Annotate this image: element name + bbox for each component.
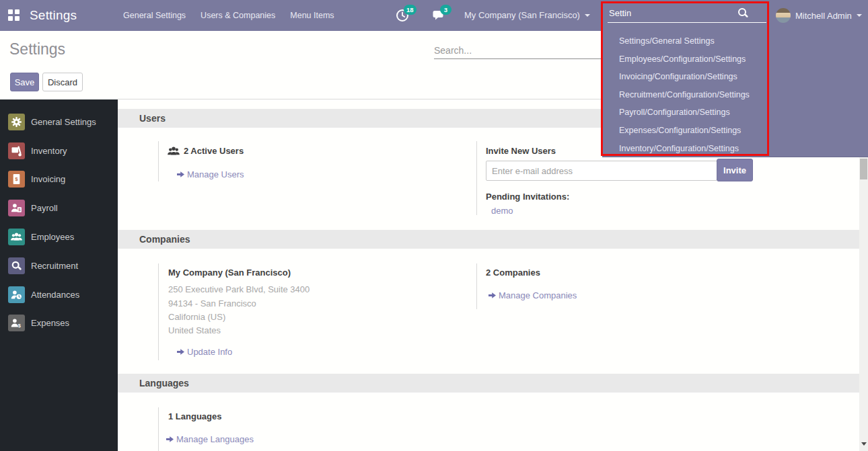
manage-companies-link[interactable]: Manage Companies: [489, 290, 577, 300]
menu-menu-items[interactable]: Menu Items: [283, 0, 341, 31]
payroll-icon: $: [8, 200, 25, 216]
section-header-companies: Companies: [118, 230, 859, 249]
gear-icon: [8, 114, 25, 130]
caret-down-icon: [585, 14, 590, 17]
scrollbar-thumb[interactable]: [860, 159, 867, 179]
expense-icon: $: [8, 315, 25, 331]
pending-invitations-label: Pending Invitations:: [486, 192, 569, 202]
messages-count-badge: 3: [440, 5, 451, 15]
activity-count-badge: 18: [404, 5, 417, 15]
manage-languages-link[interactable]: Manage Languages: [166, 434, 254, 444]
apps-grid-square: [8, 9, 13, 14]
company-switcher-label: My Company (San Francisco): [464, 0, 580, 31]
caret-down-icon: [857, 14, 862, 17]
manage-companies-label: Manage Companies: [499, 290, 577, 300]
search-underline: [608, 22, 766, 23]
app-brand-title[interactable]: Settings: [30, 0, 77, 31]
save-button[interactable]: Save: [10, 73, 39, 91]
update-info-label: Update Info: [187, 347, 232, 357]
apps-grid-square: [15, 16, 20, 21]
sidebar-item-attendances[interactable]: Attendances: [0, 280, 118, 309]
sidebar-item-label: Invoicing: [31, 174, 65, 184]
sidebar-item-invoicing[interactable]: $ Invoicing: [0, 165, 118, 194]
companies-count: 2 Companies: [486, 268, 540, 278]
user-menu[interactable]: Mitchell Admin: [770, 0, 868, 31]
settings-search-input[interactable]: [434, 42, 601, 59]
sidebar-item-label: General Settings: [31, 117, 96, 127]
section-header-languages: Languages: [118, 374, 859, 393]
scrollbar-down-arrow-icon[interactable]: [861, 442, 867, 446]
company-address-line: 94134 - San Francisco: [168, 298, 256, 309]
search-result-item[interactable]: Settings/General Settings: [602, 32, 772, 50]
company-block: My Company (San Francisco) 250 Executive…: [158, 263, 447, 360]
company-switcher[interactable]: My Company (San Francisco): [464, 0, 590, 31]
search-result-item[interactable]: Expenses/Configuration/Settings: [602, 122, 772, 140]
discard-button[interactable]: Discard: [42, 73, 83, 91]
sidebar-item-label: Attendances: [31, 290, 79, 300]
sidebar-item-label: Recruitment: [31, 261, 78, 271]
apps-grid-square: [15, 9, 20, 14]
sidebar-item-recruitment[interactable]: Recruitment: [0, 251, 118, 280]
search-result-item[interactable]: Inventory/Configuration/Settings: [602, 140, 772, 158]
sidebar-item-label: Payroll: [31, 203, 58, 213]
svg-text:$: $: [18, 323, 22, 329]
invoice-icon: $: [8, 171, 25, 188]
attendance-icon: [8, 286, 25, 303]
company-address-line: 250 Executive Park Blvd, Suite 3400: [168, 284, 310, 294]
company-name: My Company (San Francisco): [168, 268, 291, 278]
invite-button[interactable]: Invite: [717, 159, 753, 181]
active-users-count: 2 Active Users: [184, 146, 244, 156]
arrow-right-icon: [166, 436, 174, 443]
sidebar-item-label: Employees: [31, 232, 74, 242]
update-info-link[interactable]: Update Info: [177, 347, 232, 357]
search-result-item[interactable]: Recruitment/Configuration/Settings: [602, 86, 772, 104]
invite-email-field[interactable]: [486, 161, 717, 181]
sidebar-item-employees[interactable]: Employees: [0, 222, 118, 251]
languages-block: 1 Languages Manage Languages: [158, 407, 447, 451]
arrow-right-icon: [177, 348, 184, 356]
navbar-menu: General Settings Users & Companies Menu …: [116, 0, 342, 31]
apps-grid-square: [8, 16, 13, 21]
settings-sidebar: General Settings Inventory $ Invoicing: [0, 99, 118, 451]
page-title: Settings: [9, 40, 65, 58]
manage-users-link[interactable]: Manage Users: [177, 169, 244, 179]
invite-users-title: Invite New Users: [486, 146, 556, 156]
sidebar-item-payroll[interactable]: $ Payroll: [0, 194, 118, 222]
avatar: [776, 8, 791, 23]
manage-users-label: Manage Users: [187, 169, 244, 179]
svg-text:$: $: [15, 177, 18, 183]
users-group-icon: [166, 144, 181, 159]
pending-user-link[interactable]: demo: [491, 206, 513, 216]
companies-count-block: 2 Companies Manage Companies: [476, 263, 772, 309]
sidebar-item-label: Expenses: [31, 318, 69, 328]
magnifier-icon: [8, 257, 25, 274]
sidebar-item-inventory[interactable]: Inventory: [0, 136, 118, 165]
company-address-line: United States: [168, 325, 221, 335]
manage-languages-label: Manage Languages: [176, 434, 254, 444]
menu-search-results: Settings/General Settings Employees/Conf…: [602, 32, 772, 157]
svg-text:$: $: [18, 208, 21, 212]
odoo-settings-screen: Settings General Settings Users & Compan…: [0, 0, 868, 451]
sidebar-item-label: Inventory: [31, 146, 67, 156]
search-result-item[interactable]: Payroll/Configuration/Settings: [602, 104, 772, 122]
apps-menu-icon[interactable]: [8, 9, 20, 22]
search-icon: [737, 7, 749, 19]
users-block: 2 Active Users Manage Users: [158, 141, 447, 181]
menu-general-settings[interactable]: General Settings: [116, 0, 193, 31]
employees-icon: [8, 229, 25, 245]
user-name: Mitchell Admin: [795, 11, 852, 21]
sidebar-item-general-settings[interactable]: General Settings: [0, 108, 118, 136]
search-result-item[interactable]: Invoicing/Configuration/Settings: [602, 68, 772, 86]
arrow-right-icon: [177, 171, 184, 178]
menu-search-input[interactable]: [609, 5, 733, 20]
sidebar-item-expenses[interactable]: $ Expenses: [0, 309, 118, 338]
search-result-item[interactable]: Employees/Configuration/Settings: [602, 50, 772, 69]
hand-truck-icon: [8, 142, 25, 159]
languages-count: 1 Languages: [168, 411, 221, 421]
arrow-right-icon: [489, 292, 496, 299]
menu-users-companies[interactable]: Users & Companies: [193, 0, 283, 31]
company-address-line: California (US): [168, 312, 225, 322]
vertical-scrollbar[interactable]: [859, 157, 868, 451]
